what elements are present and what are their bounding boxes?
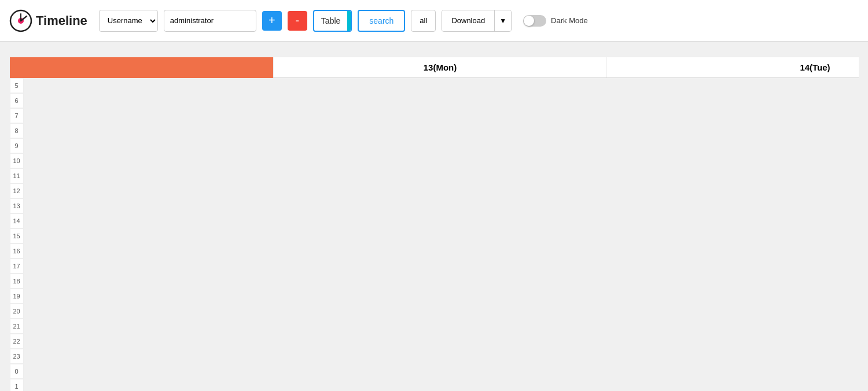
remove-button[interactable]: - bbox=[288, 11, 307, 31]
table-bar-indicator bbox=[347, 10, 351, 32]
download-group: Download ▼ bbox=[442, 10, 512, 32]
header-row-1: 13(Mon) 14(Tue) bbox=[10, 57, 859, 78]
hour-9: 9 bbox=[10, 138, 24, 153]
hour-12: 12 bbox=[10, 183, 24, 198]
hour-14: 14 bbox=[10, 213, 24, 228]
toggle-thumb bbox=[524, 16, 534, 26]
toggle-track[interactable] bbox=[523, 15, 546, 27]
download-dropdown-button[interactable]: ▼ bbox=[494, 10, 511, 32]
dark-mode-toggle[interactable]: Dark Mode bbox=[523, 15, 588, 27]
main-content: 13(Mon) 14(Tue) 5 6 7 8 9 10 11 12 13 14 bbox=[0, 42, 868, 391]
hour-20: 20 bbox=[10, 304, 24, 319]
timeline-table: 13(Mon) 14(Tue) 5 6 7 8 9 10 11 12 13 14 bbox=[9, 57, 859, 391]
day-header-tue: 14(Tue) bbox=[607, 57, 859, 78]
hour-16: 16 bbox=[10, 244, 24, 259]
logo-icon bbox=[9, 9, 32, 32]
hour-23: 23 bbox=[10, 349, 24, 364]
logo-text: Timeline bbox=[36, 13, 87, 28]
d13-h0: 0 bbox=[10, 364, 24, 379]
hour-19: 19 bbox=[10, 289, 24, 304]
d13-h1: 1 bbox=[10, 379, 24, 392]
app-logo: Timeline bbox=[9, 9, 87, 32]
hour-7: 7 bbox=[10, 108, 24, 123]
hour-11: 11 bbox=[10, 168, 24, 183]
timeline-scroll-container[interactable]: 13(Mon) 14(Tue) 5 6 7 8 9 10 11 12 13 14 bbox=[9, 57, 859, 391]
hour-18: 18 bbox=[10, 274, 24, 289]
dark-mode-label: Dark Mode bbox=[551, 16, 588, 25]
hour-8: 8 bbox=[10, 123, 24, 138]
app-header: Timeline Username + - Table search all D… bbox=[0, 0, 868, 42]
hour-17: 17 bbox=[10, 259, 24, 274]
orange-bar bbox=[10, 57, 274, 78]
hour-21: 21 bbox=[10, 319, 24, 334]
table-view-button[interactable]: Table bbox=[313, 10, 352, 32]
add-button[interactable]: + bbox=[262, 11, 282, 31]
download-button[interactable]: Download bbox=[442, 10, 494, 32]
username-select[interactable]: Username bbox=[99, 10, 158, 32]
hour-5: 5 bbox=[10, 78, 24, 93]
hour-13: 13 bbox=[10, 198, 24, 213]
table-label: Table bbox=[314, 16, 347, 25]
hour-6: 6 bbox=[10, 93, 24, 108]
search-button[interactable]: search bbox=[358, 10, 405, 32]
day-header-mon: 13(Mon) bbox=[274, 57, 607, 78]
hour-22: 22 bbox=[10, 334, 24, 349]
username-input[interactable] bbox=[164, 10, 256, 32]
hour-10: 10 bbox=[10, 153, 24, 168]
all-button[interactable]: all bbox=[411, 10, 436, 32]
hour-15: 15 bbox=[10, 228, 24, 244]
hour-header-row: 5 6 7 8 9 10 11 12 13 14 15 16 17 18 19 … bbox=[10, 78, 859, 392]
